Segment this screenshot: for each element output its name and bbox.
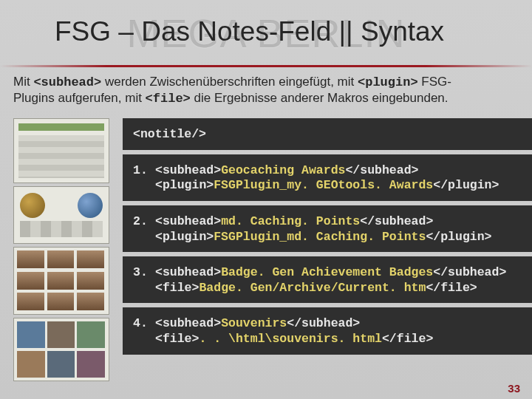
code-tag-open: <plugin> (155, 230, 214, 244)
intro-text: Plugins aufgerufen, mit (13, 91, 146, 105)
code-notitle-tag: <notitle/> (133, 127, 206, 141)
code-tag-open: <subhead> (155, 265, 221, 279)
code-tag-open: <subhead> (155, 163, 221, 177)
code-value: Badge. Gen/Archive/Current. htm (199, 281, 426, 295)
code-tag-open: <plugin> (155, 178, 214, 192)
code-tag-close: </subhead> (360, 214, 433, 228)
code-value: FSGPlugin_my. GEOtools. Awards (214, 178, 433, 192)
code-value: FSGPlugin_md. Caching. Points (214, 230, 426, 244)
code-tag-close: </subhead> (433, 265, 506, 279)
code-block-notitle: <notitle/> (123, 118, 532, 150)
code-tag-close: </subhead> (287, 316, 360, 330)
code-value: md. Caching. Points (221, 214, 360, 228)
code-block-1: 1.<subhead>Geocaching Awards</subhead> <… (123, 154, 532, 201)
code-value: Badge. Gen Achievement Badges (221, 265, 433, 279)
thumbnail-points (13, 186, 109, 244)
intro-text: werden Zwischenüberschriften eingefügt, … (101, 75, 358, 89)
code-tag-close: </subhead> (345, 163, 418, 177)
code-tag-close: </file> (426, 281, 477, 295)
code-value: Souvenirs (221, 316, 287, 330)
code-block-2: 2.<subhead>md. Caching. Points</subhead>… (123, 205, 532, 252)
thumbnail-column (13, 118, 109, 390)
page-number: 33 (508, 382, 520, 395)
intro-tag-plugin: <plugin> (358, 75, 418, 89)
slide-title: FSG – Das Notes-Feld || Syntax (55, 16, 444, 47)
thumbnail-souvenirs (13, 318, 109, 381)
code-item-number: 3. (133, 265, 155, 281)
code-block-3: 3.<subhead>Badge. Gen Achievement Badges… (123, 256, 532, 303)
code-tag-open: <file> (155, 332, 199, 346)
code-tag-open: <file> (155, 281, 199, 295)
intro-tag-subhead: <subhead> (33, 75, 101, 89)
intro-text: FSG- (418, 75, 451, 89)
intro-text: Mit (13, 75, 33, 89)
code-tag-open: <subhead> (155, 214, 221, 228)
code-item-number: 2. (133, 214, 155, 230)
code-item-number: 1. (133, 163, 155, 179)
code-block-4: 4.<subhead>Souvenirs</subhead> <file>. .… (123, 307, 532, 354)
code-tag-open: <subhead> (155, 316, 221, 330)
code-item-number: 4. (133, 316, 155, 332)
code-tag-close: </file> (382, 332, 433, 346)
thumbnail-awards (13, 118, 109, 183)
divider-line (0, 65, 532, 67)
slide: MEGA BERLIN FSG – Das Notes-Feld || Synt… (0, 0, 532, 399)
code-tag-close: </plugin> (433, 178, 499, 192)
intro-paragraph: Mit <subhead> werden Zwischenüberschrift… (13, 74, 516, 107)
code-value: Geocaching Awards (221, 163, 345, 177)
body-row: <notitle/> 1.<subhead>Geocaching Awards<… (13, 118, 532, 390)
intro-tag-file: <file> (146, 92, 191, 106)
code-column: <notitle/> 1.<subhead>Geocaching Awards<… (123, 118, 532, 390)
code-tag-close: </plugin> (426, 230, 491, 244)
code-value: . . \html\souvenirs. html (199, 332, 382, 346)
thumbnail-badges (13, 247, 109, 315)
intro-text: die Ergebnisse anderer Makros eingebunde… (191, 91, 449, 105)
